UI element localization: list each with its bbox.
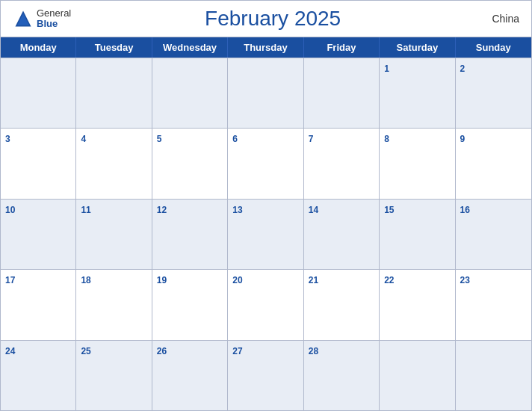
day-cell: 13	[228, 200, 303, 269]
day-number: 11	[81, 205, 90, 215]
day-header-friday: Friday	[304, 37, 380, 58]
day-number: 8	[384, 134, 389, 144]
day-number: 1	[384, 64, 389, 74]
day-cell	[1, 58, 76, 128]
day-cell: 23	[456, 270, 531, 339]
day-cell	[228, 58, 303, 128]
calendar-grid: MondayTuesdayWednesdayThursdayFridaySatu…	[1, 37, 531, 410]
day-number: 5	[157, 134, 162, 144]
day-number: 21	[309, 275, 318, 285]
week-row-3: 10111213141516	[1, 199, 531, 269]
day-cell: 4	[76, 129, 152, 198]
day-cell: 28	[304, 341, 380, 410]
day-cell: 5	[152, 129, 228, 198]
day-cell: 20	[228, 270, 303, 339]
day-cell	[152, 58, 228, 128]
day-number: 22	[384, 275, 394, 285]
day-number: 23	[460, 275, 470, 285]
day-number: 2	[460, 64, 466, 74]
month-title: February 2025	[71, 7, 474, 31]
calendar-container: General Blue February 2025 China MondayT…	[0, 0, 532, 411]
day-number: 4	[81, 134, 86, 144]
day-number: 10	[5, 205, 15, 215]
day-headers-row: MondayTuesdayWednesdayThursdayFridaySatu…	[1, 37, 531, 58]
day-number: 3	[5, 134, 10, 144]
calendar-header: General Blue February 2025 China	[1, 1, 531, 37]
day-cell: 15	[380, 200, 455, 269]
day-cell: 3	[1, 129, 76, 198]
week-row-4: 17181920212223	[1, 269, 531, 339]
day-cell: 2	[456, 58, 531, 128]
day-cell: 1	[380, 58, 455, 128]
week-row-2: 3456789	[1, 128, 531, 198]
day-header-saturday: Saturday	[380, 37, 455, 58]
day-number: 15	[384, 205, 394, 215]
day-cell	[380, 341, 455, 410]
day-cell: 27	[228, 341, 303, 410]
day-number: 28	[309, 346, 318, 356]
day-cell: 14	[304, 200, 380, 269]
day-cell: 6	[228, 129, 303, 198]
day-cell: 12	[152, 200, 228, 269]
day-header-thursday: Thursday	[228, 37, 303, 58]
logo-text: General Blue	[37, 8, 71, 30]
day-number: 18	[81, 275, 90, 285]
day-number: 16	[460, 205, 470, 215]
day-number: 24	[5, 346, 15, 356]
day-cell: 16	[456, 200, 531, 269]
day-number: 12	[157, 205, 167, 215]
day-cell: 8	[380, 129, 455, 198]
day-number: 6	[232, 134, 238, 144]
day-header-monday: Monday	[1, 37, 76, 58]
day-cell: 22	[380, 270, 455, 339]
day-number: 27	[232, 346, 242, 356]
day-header-tuesday: Tuesday	[76, 37, 152, 58]
logo-icon	[13, 8, 34, 29]
day-number: 14	[309, 205, 318, 215]
day-number: 26	[157, 346, 167, 356]
day-number: 9	[460, 134, 466, 144]
week-row-5: 2425262728	[1, 340, 531, 410]
weeks-container: 1234567891011121314151617181920212223242…	[1, 58, 531, 410]
logo-general-text: General	[37, 8, 71, 19]
day-cell: 24	[1, 341, 76, 410]
day-cell	[456, 341, 531, 410]
logo-area: General Blue	[13, 8, 71, 30]
day-number: 17	[5, 275, 15, 285]
day-cell: 26	[152, 341, 228, 410]
country-label: China	[474, 13, 519, 25]
day-number: 7	[309, 134, 314, 144]
day-number: 25	[81, 346, 90, 356]
day-cell: 7	[304, 129, 380, 198]
day-number: 20	[232, 275, 242, 285]
day-cell: 17	[1, 270, 76, 339]
day-cell: 10	[1, 200, 76, 269]
day-cell: 25	[76, 341, 152, 410]
logo-blue-text: Blue	[37, 19, 71, 29]
day-cell: 21	[304, 270, 380, 339]
day-cell	[76, 58, 152, 128]
day-number: 19	[157, 275, 167, 285]
day-cell: 18	[76, 270, 152, 339]
day-cell	[304, 58, 380, 128]
day-cell: 9	[456, 129, 531, 198]
day-cell: 19	[152, 270, 228, 339]
day-header-sunday: Sunday	[456, 37, 531, 58]
day-header-wednesday: Wednesday	[152, 37, 228, 58]
week-row-1: 12	[1, 58, 531, 128]
day-cell: 11	[76, 200, 152, 269]
day-number: 13	[232, 205, 242, 215]
